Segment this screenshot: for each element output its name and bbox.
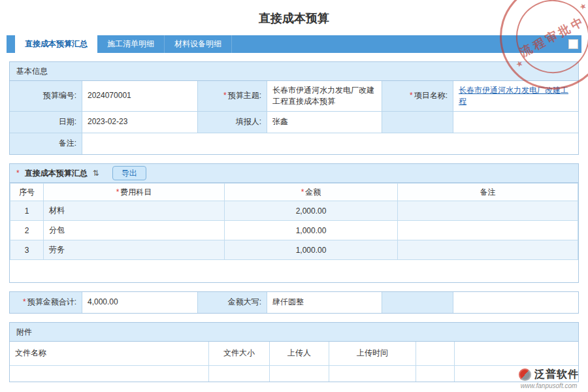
remark-value: [82, 133, 578, 154]
summary-table: 序号 *费用科目 *金额 备注 1 材料 2,000.00 2 分包 1,000…: [10, 183, 578, 260]
tab-construction-list-detail[interactable]: 施工清单明细: [97, 35, 165, 53]
attach-empty-cell: [329, 366, 416, 382]
attach-empty-cell: [416, 366, 454, 382]
reporter-label: 填报人:: [198, 112, 267, 133]
basic-info-panel: 基本信息 预算编号: 2024070001 *预算主题: 长春市伊通河水力发电厂…: [9, 61, 579, 155]
tab-material-equipment-detail[interactable]: 材料设备明细: [165, 35, 232, 53]
totals-grid: *预算金额合计: 4,000.00 金额大写: 肆仟圆整: [10, 292, 578, 313]
attach-empty-cell: [209, 366, 269, 382]
required-marker: *: [23, 297, 26, 308]
fanpu-logo-icon: [519, 368, 531, 381]
empty-value-cell: [453, 292, 578, 313]
row-serial: 2: [10, 221, 44, 240]
row-amount: 2,000.00: [225, 201, 398, 221]
brand-name: 泛普软件: [534, 368, 579, 382]
basic-info-section-title: 基本信息: [10, 62, 578, 81]
amount-in-words-value: 肆仟圆整: [267, 292, 382, 313]
summary-row-2: 2 分包 1,000.00: [10, 221, 578, 240]
total-amount-label: *预算金额合计:: [10, 292, 82, 313]
row-subject: 材料: [44, 201, 225, 221]
row-remark: [398, 201, 578, 221]
attach-empty-cell: [10, 366, 208, 382]
row-subject: 劳务: [44, 240, 225, 260]
required-marker: *: [16, 164, 20, 182]
col-upload-time: 上传时间: [329, 342, 416, 365]
budget-no-label: 预算编号:: [10, 81, 82, 111]
budget-no-value: 2024070001: [82, 81, 197, 111]
col-expense-subject: *费用科目: [44, 184, 225, 201]
date-value: 2023-02-23: [82, 112, 197, 133]
budget-subject-value: 长春市伊通河水力发电厂改建工程直接成本预算: [267, 81, 382, 111]
empty-value-cell: [453, 112, 578, 133]
export-button[interactable]: 导出: [112, 166, 146, 180]
tab-direct-cost-budget-summary[interactable]: 直接成本预算汇总: [15, 35, 97, 53]
budget-subject-label: *预算主题:: [198, 81, 267, 111]
summary-section-header: * 直接成本预算汇总 ⇅ 导出: [10, 164, 578, 183]
remark-label: 备注:: [10, 133, 82, 154]
summary-row-1: 1 材料 2,000.00: [10, 201, 578, 221]
col-file-name: 文件名称: [10, 342, 208, 365]
row-subject: 分包: [44, 221, 225, 240]
col-remark: 备注: [398, 184, 578, 201]
footer-brand: 泛普软件 www.fanpusoft.com: [519, 368, 579, 389]
col-empty-2: [455, 342, 578, 365]
amount-in-words-label: 金额大写:: [198, 292, 267, 313]
col-empty-1: [416, 342, 454, 365]
brand-url[interactable]: www.fanpusoft.com: [519, 382, 579, 389]
tab-bar: 直接成本预算汇总 施工清单明细 材料设备明细: [7, 35, 581, 53]
summary-panel: * 直接成本预算汇总 ⇅ 导出 序号 *费用科目 *金额 备注 1 材料 2,0…: [9, 163, 579, 283]
tab-bar-corner-button[interactable]: [568, 39, 578, 49]
attachments-grid: 文件名称 文件大小 上传人 上传时间: [10, 342, 578, 382]
basic-info-grid: 预算编号: 2024070001 *预算主题: 长春市伊通河水力发电厂改建工程直…: [10, 81, 578, 154]
row-amount: 1,000.00: [225, 240, 398, 260]
project-name-link[interactable]: 长春市伊通河水力发电厂改建工程: [459, 85, 573, 108]
row-serial: 3: [10, 240, 44, 260]
summary-row-3: 3 劳务 1,000.00: [10, 240, 578, 260]
empty-label-cell: [382, 292, 453, 313]
empty-label-cell: [382, 112, 453, 133]
project-name-link-wrap: 长春市伊通河水力发电厂改建工程: [453, 81, 578, 111]
totals-panel: *预算金额合计: 4,000.00 金额大写: 肆仟圆整: [9, 291, 579, 314]
row-serial: 1: [10, 201, 44, 221]
date-label: 日期:: [10, 112, 82, 133]
col-serial-no: 序号: [10, 184, 44, 201]
summary-empty-strip: [10, 260, 578, 282]
attachments-section-title: 附件: [10, 323, 578, 342]
reporter-value: 张鑫: [267, 112, 382, 133]
page-title: 直接成本预算: [0, 0, 588, 27]
required-marker: *: [410, 90, 413, 101]
required-marker: *: [301, 188, 304, 197]
total-amount-value: 4,000.00: [82, 292, 197, 313]
project-name-label: *项目名称:: [382, 81, 453, 111]
row-remark: [398, 221, 578, 240]
row-amount: 1,000.00: [225, 221, 398, 240]
col-amount: *金额: [225, 184, 398, 201]
col-file-size: 文件大小: [209, 342, 269, 365]
sort-icon[interactable]: ⇅: [93, 164, 99, 182]
attachments-panel: 附件 文件名称 文件大小 上传人 上传时间: [9, 322, 579, 382]
attach-empty-cell: [270, 366, 329, 382]
summary-section-title: 直接成本预算汇总: [25, 164, 88, 182]
required-marker: *: [116, 188, 120, 197]
required-marker: *: [223, 90, 227, 101]
col-uploader: 上传人: [270, 342, 329, 365]
summary-header-row: 序号 *费用科目 *金额 备注: [10, 184, 578, 201]
row-remark: [398, 240, 578, 260]
